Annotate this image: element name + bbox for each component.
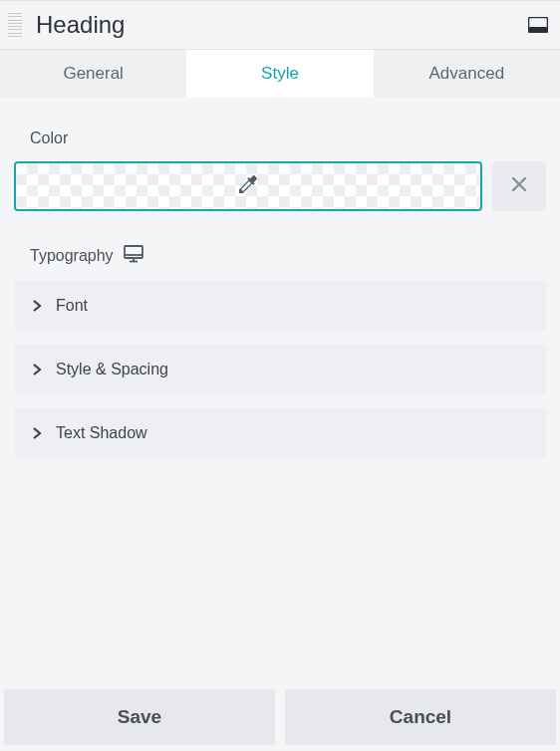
panel-content: Color Typography [0, 98, 560, 458]
accordion-style-spacing-label: Style & Spacing [56, 361, 168, 378]
close-icon [510, 175, 528, 197]
tabs: General Style Advanced [0, 50, 560, 98]
color-picker[interactable] [14, 161, 482, 211]
svg-rect-4 [125, 246, 142, 258]
clear-color-button[interactable] [492, 161, 546, 211]
footer: Save Cancel [4, 689, 556, 745]
color-section-label: Color [14, 122, 546, 161]
tab-general[interactable]: General [0, 50, 186, 98]
color-row [14, 161, 546, 211]
save-button[interactable]: Save [4, 689, 275, 745]
accordion-style-spacing[interactable]: Style & Spacing [14, 345, 546, 394]
cancel-button[interactable]: Cancel [285, 689, 556, 745]
desktop-icon[interactable] [124, 245, 143, 267]
eyedropper-icon [236, 172, 260, 200]
responsive-preview-icon[interactable] [528, 17, 548, 33]
drag-handle-icon[interactable] [8, 11, 26, 39]
chevron-right-icon [32, 426, 42, 440]
svg-rect-1 [528, 27, 548, 33]
typography-section-label: Typography [14, 239, 546, 281]
typography-label-text: Typography [30, 247, 114, 265]
page-title: Heading [36, 11, 528, 39]
accordion-font[interactable]: Font [14, 281, 546, 331]
chevron-right-icon [32, 299, 42, 313]
tab-style[interactable]: Style [186, 50, 373, 98]
chevron-right-icon [32, 363, 42, 376]
accordion-text-shadow[interactable]: Text Shadow [14, 408, 546, 458]
tab-advanced[interactable]: Advanced [374, 50, 560, 98]
accordion-font-label: Font [56, 297, 88, 315]
panel-header: Heading [0, 0, 560, 50]
accordion-text-shadow-label: Text Shadow [56, 424, 147, 442]
